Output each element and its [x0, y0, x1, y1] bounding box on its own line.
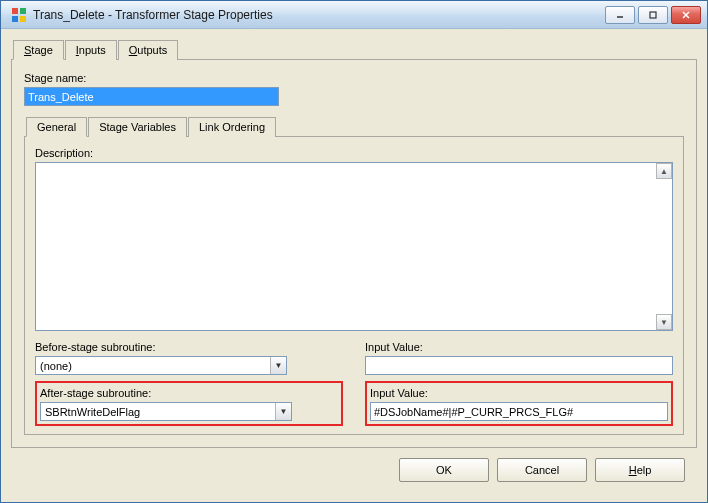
after-sub-group: After-stage subroutine: ▼: [35, 377, 343, 426]
client-area: Stage Inputs Outputs Stage name: General…: [1, 29, 707, 502]
before-input-label: Input Value:: [365, 341, 673, 353]
after-input-value[interactable]: [370, 402, 668, 421]
maximize-button[interactable]: [638, 6, 668, 24]
before-sub-group: Before-stage subroutine: ▼: [35, 339, 343, 375]
tab-inputs[interactable]: Inputs: [65, 40, 117, 60]
before-sub-combo[interactable]: ▼: [35, 356, 287, 375]
chevron-down-icon[interactable]: ▼: [270, 357, 286, 374]
stage-name-group: Stage name:: [24, 70, 684, 106]
after-input-highlight: Input Value:: [365, 381, 673, 426]
after-sub-highlight: After-stage subroutine: ▼: [35, 381, 343, 426]
scroll-down-icon[interactable]: ▼: [656, 314, 672, 330]
tab-link-ordering[interactable]: Link Ordering: [188, 117, 276, 137]
ok-button[interactable]: OK: [399, 458, 489, 482]
before-input-value[interactable]: [365, 356, 673, 375]
after-sub-input[interactable]: [41, 403, 275, 420]
app-icon: [11, 7, 27, 23]
tab-outputs[interactable]: Outputs: [118, 40, 179, 60]
description-label: Description:: [35, 147, 673, 159]
after-input-label: Input Value:: [370, 387, 668, 399]
window-buttons: [605, 6, 703, 24]
after-sub-label: After-stage subroutine:: [40, 387, 338, 399]
close-button[interactable]: [671, 6, 701, 24]
stage-tab-body: Stage name: General Stage Variables Link…: [11, 59, 697, 448]
description-textarea[interactable]: ▲ ▼: [35, 162, 673, 331]
after-sub-combo[interactable]: ▼: [40, 402, 292, 421]
scroll-up-icon[interactable]: ▲: [656, 163, 672, 179]
titlebar: Trans_Delete - Transformer Stage Propert…: [1, 1, 707, 29]
svg-rect-3: [20, 16, 26, 22]
svg-rect-5: [650, 12, 656, 18]
inner-tab-strip: General Stage Variables Link Ordering: [26, 116, 684, 136]
minimize-button[interactable]: [605, 6, 635, 24]
before-sub-input[interactable]: [36, 357, 270, 374]
stage-name-input[interactable]: [24, 87, 279, 106]
svg-rect-0: [12, 8, 18, 14]
outer-tab-strip: Stage Inputs Outputs: [13, 39, 697, 59]
subroutine-grid: Before-stage subroutine: ▼ Input Value: …: [35, 339, 673, 426]
help-button[interactable]: Help: [595, 458, 685, 482]
svg-rect-2: [12, 16, 18, 22]
dialog-button-row: OK Cancel Help: [11, 448, 697, 492]
tab-stage-variables[interactable]: Stage Variables: [88, 117, 187, 137]
chevron-down-icon[interactable]: ▼: [275, 403, 291, 420]
stage-name-label: Stage name:: [24, 72, 684, 84]
cancel-button[interactable]: Cancel: [497, 458, 587, 482]
general-tab-body: Description: ▲ ▼ Before-stage subroutine…: [24, 136, 684, 435]
window-title: Trans_Delete - Transformer Stage Propert…: [33, 8, 605, 22]
tab-stage[interactable]: Stage: [13, 40, 64, 60]
after-input-group: Input Value:: [365, 377, 673, 426]
tab-general[interactable]: General: [26, 117, 87, 137]
before-input-group: Input Value:: [365, 339, 673, 375]
before-sub-label: Before-stage subroutine:: [35, 341, 343, 353]
dialog-window: Trans_Delete - Transformer Stage Propert…: [0, 0, 708, 503]
svg-rect-1: [20, 8, 26, 14]
